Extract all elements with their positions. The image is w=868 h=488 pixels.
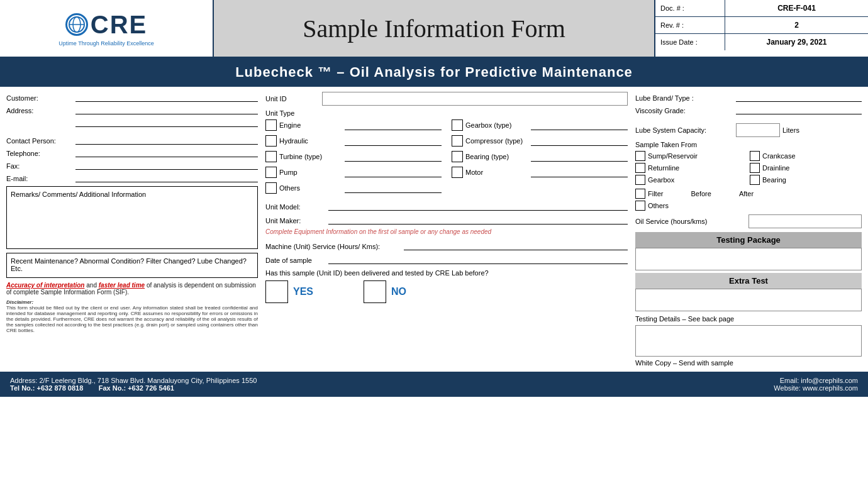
others-input[interactable] <box>345 183 442 193</box>
rev-row: Rev. # : 2 <box>655 17 868 34</box>
yes-checkbox[interactable] <box>265 280 288 303</box>
bearing-sample-checkbox[interactable] <box>750 175 760 185</box>
gearbox-input[interactable] <box>531 120 628 130</box>
machine-service-input[interactable] <box>404 240 628 250</box>
engine-label: Engine <box>279 121 342 129</box>
oil-service-input[interactable] <box>748 214 862 228</box>
compressor-input[interactable] <box>531 136 628 146</box>
rev-value: 2 <box>725 17 868 33</box>
liters-label: Liters <box>782 126 799 134</box>
viscosity-label: Viscosity Grade: <box>635 107 736 114</box>
machine-service-label: Machine (Unit) Service (Hours/ Kms): <box>265 243 404 250</box>
others-sample-checkbox[interactable] <box>635 201 645 211</box>
remarks-box[interactable]: Remarks/ Comments/ Additional Informatio… <box>6 186 258 249</box>
fax-label: Fax: <box>6 162 75 170</box>
telephone-input[interactable] <box>75 147 258 157</box>
unit-type-motor: Motor <box>452 167 628 178</box>
lube-brand-input[interactable] <box>736 92 862 102</box>
accuracy-link[interactable]: Accuracy of interpretation <box>6 282 84 289</box>
issue-date-row: Issue Date : January 29, 2021 <box>655 34 868 50</box>
yes-label: YES <box>293 286 313 297</box>
issue-value: January 29, 2021 <box>725 34 868 50</box>
unit-maker-label: Unit Maker: <box>265 217 328 225</box>
filter-row: Filter Before After <box>635 189 862 199</box>
engine-input[interactable] <box>345 120 442 130</box>
faster-link[interactable]: faster lead time <box>99 282 145 289</box>
email-input[interactable] <box>75 172 258 182</box>
logo-icon <box>65 13 88 36</box>
lube-capacity-input[interactable] <box>736 123 780 137</box>
others-checkbox[interactable] <box>265 182 277 194</box>
sample-grid: Sump/Reservoir Crankcase Returnline Drai… <box>635 151 862 185</box>
unit-maker-input[interactable] <box>328 214 628 225</box>
contact-input[interactable] <box>75 135 258 145</box>
unit-type-others: Others <box>265 182 442 194</box>
crankcase-checkbox[interactable] <box>750 151 760 161</box>
bearing-input[interactable] <box>531 152 628 162</box>
unit-id-label: Unit ID <box>265 95 322 103</box>
date-sample-input[interactable] <box>328 254 628 264</box>
gearbox-sample-checkbox[interactable] <box>635 175 645 185</box>
unit-type-grid: Engine Gearbox (type) Hydraulic <box>265 119 628 196</box>
logo-container: CRE Uptime Through Reliability Excellenc… <box>58 11 153 47</box>
hydraulic-input[interactable] <box>345 136 442 146</box>
unit-type-turbine: Turbine (type) <box>265 151 442 162</box>
others-label: Others <box>279 184 342 192</box>
engine-checkbox[interactable] <box>265 119 277 131</box>
rev-label: Rev. # : <box>655 18 725 33</box>
testing-details-body[interactable] <box>635 325 862 357</box>
email-label: E-mail: <box>6 175 75 182</box>
hydraulic-checkbox[interactable] <box>265 135 277 147</box>
testing-package-body[interactable] <box>635 248 862 270</box>
footer-tel-fax: Tel No.: +632 878 0818 Fax No.: +632 726… <box>10 384 257 392</box>
pump-checkbox[interactable] <box>265 167 277 178</box>
lube-brand-label: Lube Brand/ Type : <box>635 94 736 102</box>
returnline-checkbox[interactable] <box>635 163 645 173</box>
turbine-input[interactable] <box>345 152 442 162</box>
motor-checkbox[interactable] <box>452 167 463 178</box>
logo-tagline: Uptime Through Reliability Excellence <box>58 40 153 47</box>
sump-checkbox[interactable] <box>635 151 645 161</box>
no-item: NO <box>364 280 406 303</box>
compressor-label: Compressor (type) <box>465 137 528 145</box>
address-line2[interactable] <box>75 117 258 127</box>
bearing-checkbox[interactable] <box>452 151 463 162</box>
turbine-checkbox[interactable] <box>265 151 277 162</box>
pump-input[interactable] <box>345 167 442 177</box>
issue-label: Issue Date : <box>655 35 725 50</box>
maintenance-box[interactable]: Recent Maintenance? Abnormal Condition? … <box>6 253 258 278</box>
blue-banner: Lubecheck ™ – Oil Analysis for Predictiv… <box>0 58 868 87</box>
disclaimer-body: This form should be filled out by the cl… <box>6 305 258 333</box>
address-row: Address: <box>6 104 258 114</box>
address-input[interactable] <box>75 104 258 114</box>
turbine-label: Turbine (type) <box>279 153 342 160</box>
unit-model-input[interactable] <box>328 201 628 211</box>
viscosity-input[interactable] <box>736 104 862 114</box>
customer-input[interactable] <box>75 92 258 102</box>
fax-input[interactable] <box>75 160 258 170</box>
machine-service-row: Machine (Unit) Service (Hours/ Kms): <box>265 240 628 250</box>
unit-type-gearbox: Gearbox (type) <box>452 119 628 131</box>
logo-svg <box>68 16 86 33</box>
company-logo: CRE <box>65 11 147 39</box>
left-column: Customer: Address: Contact Person: Telep… <box>6 92 258 367</box>
oil-service-row: Oil Service (hours/kms) <box>635 214 862 228</box>
unit-type-pump: Pump <box>265 167 442 178</box>
motor-input[interactable] <box>531 167 628 177</box>
bearing-label: Bearing (type) <box>465 153 528 160</box>
gearbox-checkbox[interactable] <box>452 119 463 131</box>
drainline-checkbox[interactable] <box>750 163 760 173</box>
unit-id-input[interactable] <box>322 92 628 106</box>
filter-checkbox[interactable] <box>635 189 645 199</box>
middle-column: Unit ID Unit Type Engine Gearbox (type) <box>263 92 630 367</box>
footer-address: Address: 2/F Leeleng Bldg., 718 Shaw Blv… <box>10 377 257 384</box>
footer: Address: 2/F Leeleng Bldg., 718 Shaw Blv… <box>0 372 868 397</box>
form-title: Sample Information Form <box>303 14 565 43</box>
unit-type-bearing: Bearing (type) <box>452 151 628 162</box>
unit-id-row: Unit ID <box>265 92 628 106</box>
sample-sump: Sump/Reservoir <box>635 151 747 161</box>
no-checkbox[interactable] <box>364 280 386 303</box>
date-sample-label: Date of sample <box>265 257 328 264</box>
compressor-checkbox[interactable] <box>452 135 463 147</box>
extra-test-body[interactable] <box>635 289 862 311</box>
